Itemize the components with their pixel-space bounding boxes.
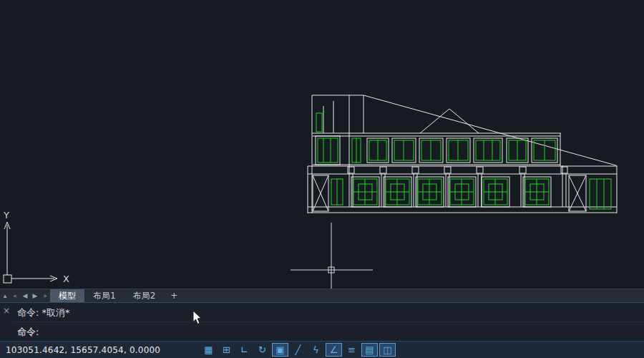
status-bar: 103051.4642, 15657.4054, 0.0000 ▦ ⊞ ∟ ↻ … bbox=[0, 341, 644, 358]
annotation-scale-icon: ▤ bbox=[365, 344, 374, 355]
prev-tab-icon[interactable]: ◀ bbox=[20, 289, 30, 302]
close-icon[interactable]: × bbox=[3, 306, 10, 316]
cad-application-window: Y X ▴ « ◀ ▶ » 模型 布局1 布局2 + × 命令: *取消* 命令… bbox=[0, 0, 644, 358]
mouse-cursor bbox=[192, 310, 203, 325]
drawing-viewport: Y X bbox=[0, 0, 644, 289]
last-tab-icon[interactable]: » bbox=[40, 289, 50, 302]
next-tab-icon[interactable]: ▶ bbox=[30, 289, 40, 302]
lineweight-icon: ≡ bbox=[348, 344, 356, 355]
first-tab-icon[interactable]: « bbox=[10, 289, 20, 302]
dynamic-input-toggle-button[interactable]: ϟ bbox=[308, 343, 324, 357]
command-line-panel: × 命令: *取消* 命令: bbox=[0, 302, 644, 341]
quick-view-icon[interactable]: ▴ bbox=[0, 289, 10, 302]
linetype-icon: ╱ bbox=[296, 344, 301, 355]
layout-tab-bar: ▴ « ◀ ▶ » 模型 布局1 布局2 + bbox=[0, 289, 644, 302]
corbels bbox=[348, 167, 567, 173]
linetype-toggle-button[interactable]: ╱ bbox=[290, 343, 306, 357]
object-snap-toggle-button[interactable]: ▣ bbox=[272, 343, 288, 357]
add-layout-button[interactable]: + bbox=[164, 289, 184, 302]
lightning-icon: ϟ bbox=[313, 344, 319, 355]
polar-tracking-icon: ↻ bbox=[258, 344, 266, 355]
workspace-toggle-button[interactable]: ◫ bbox=[379, 343, 396, 357]
command-history-line: 命令: *取消* bbox=[13, 303, 644, 322]
tab-layout2[interactable]: 布局2 bbox=[125, 289, 165, 302]
ucs-x-label: X bbox=[63, 274, 69, 284]
coordinate-display: 103051.4642, 15657.4054, 0.0000 bbox=[6, 345, 200, 355]
command-lines: 命令: *取消* 命令: bbox=[13, 303, 644, 341]
left-door bbox=[313, 175, 343, 211]
tab-model[interactable]: 模型 bbox=[50, 289, 84, 302]
ucs-y-label: Y bbox=[3, 210, 9, 221]
grid-icon: ▦ bbox=[204, 344, 213, 355]
ucs-icon: Y X bbox=[3, 210, 69, 284]
workspace-icon: ◫ bbox=[383, 344, 391, 355]
annotation-scale-toggle-button[interactable]: ▤ bbox=[361, 343, 378, 357]
building-elevation-drawing bbox=[308, 95, 617, 213]
dynamic-ucs-icon: ∠ bbox=[330, 344, 338, 355]
grid-toggle-button[interactable]: ▦ bbox=[200, 343, 217, 357]
status-toggle-group: ▦ ⊞ ∟ ↻ ▣ ╱ ϟ ∠ ≡ ▤ ◫ bbox=[200, 343, 396, 357]
crosshair-cursor bbox=[291, 223, 373, 289]
command-prompt-input[interactable]: 命令: bbox=[13, 322, 644, 342]
right-door bbox=[569, 175, 611, 211]
drawing-canvas[interactable]: Y X bbox=[0, 0, 644, 289]
roof-lines bbox=[312, 95, 616, 213]
lineweight-toggle-button[interactable]: ≡ bbox=[343, 343, 360, 357]
snap-icon: ⊞ bbox=[223, 344, 230, 355]
dynamic-ucs-toggle-button[interactable]: ∠ bbox=[326, 343, 342, 357]
polar-tracking-toggle-button[interactable]: ↻ bbox=[254, 343, 270, 357]
ortho-toggle-button[interactable]: ∟ bbox=[236, 343, 253, 357]
command-gutter: × bbox=[0, 303, 13, 341]
snap-toggle-button[interactable]: ⊞ bbox=[218, 343, 235, 357]
tab-layout1[interactable]: 布局1 bbox=[84, 289, 125, 302]
object-snap-icon: ▣ bbox=[275, 344, 284, 355]
ortho-icon: ∟ bbox=[240, 344, 248, 355]
